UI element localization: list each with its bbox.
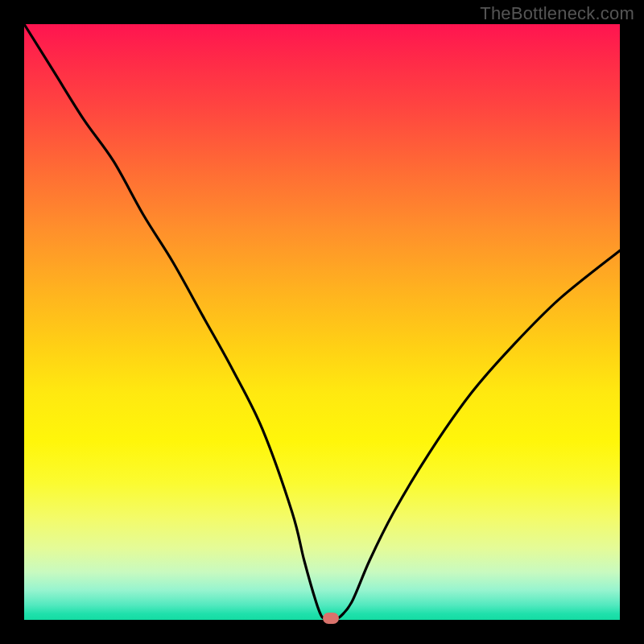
chart-frame: TheBottleneck.com [0, 0, 644, 644]
plot-area [24, 24, 620, 620]
bottleneck-curve [24, 24, 620, 620]
watermark-text: TheBottleneck.com [480, 3, 634, 24]
minimum-marker [323, 613, 339, 624]
curve-path [24, 24, 620, 619]
